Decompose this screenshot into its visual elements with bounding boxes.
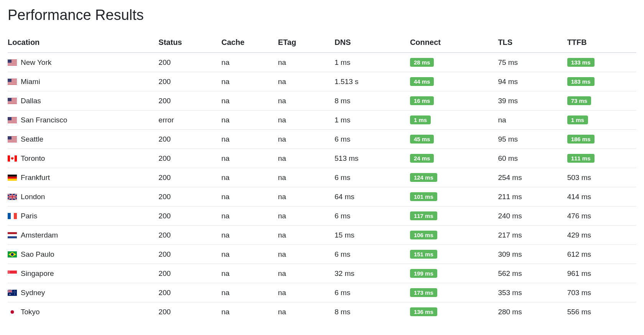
col-status[interactable]: Status bbox=[158, 33, 221, 53]
cell-location: Tokyo bbox=[8, 302, 158, 322]
cell-tls: 39 ms bbox=[498, 91, 567, 111]
cell-cache: na bbox=[221, 91, 278, 111]
cell-tls: 95 ms bbox=[498, 130, 567, 149]
ttfb-badge: 1 ms bbox=[567, 116, 588, 124]
cell-tls: 211 ms bbox=[498, 187, 567, 206]
col-location[interactable]: Location bbox=[8, 33, 158, 53]
col-cache[interactable]: Cache bbox=[221, 33, 278, 53]
cell-tls: 562 ms bbox=[498, 264, 567, 283]
cell-ttfb: 429 ms bbox=[567, 226, 636, 245]
svg-point-71 bbox=[14, 293, 15, 293]
cell-etag: na bbox=[278, 149, 335, 168]
svg-rect-21 bbox=[8, 102, 17, 102]
svg-point-69 bbox=[14, 290, 15, 291]
cell-etag: na bbox=[278, 206, 335, 226]
svg-point-73 bbox=[14, 294, 15, 294]
cell-location: Miami bbox=[8, 72, 158, 91]
connect-badge: 101 ms bbox=[410, 192, 437, 201]
svg-rect-56 bbox=[8, 236, 17, 238]
col-tls[interactable]: TLS bbox=[498, 33, 567, 53]
flag-us-icon bbox=[8, 136, 17, 142]
table-row: Miami200nana1.513 s44 ms94 ms183 ms bbox=[8, 72, 636, 91]
cell-ttfb: 111 ms bbox=[567, 149, 636, 168]
svg-rect-67 bbox=[8, 291, 12, 291]
cell-connect: 124 ms bbox=[410, 168, 498, 187]
svg-rect-45 bbox=[8, 178, 17, 180]
cell-location: Paris bbox=[8, 206, 158, 226]
flag-sg-icon bbox=[8, 271, 17, 277]
cell-status: 200 bbox=[158, 130, 221, 149]
cell-status: 200 bbox=[158, 91, 221, 111]
location-name: Seattle bbox=[21, 135, 43, 144]
cell-status: 200 bbox=[158, 72, 221, 91]
col-etag[interactable]: ETag bbox=[278, 33, 335, 53]
cell-connect: 1 ms bbox=[410, 111, 498, 130]
cell-cache: na bbox=[221, 302, 278, 322]
table-row: Seattle200nana6 ms45 ms95 ms186 ms bbox=[8, 130, 636, 149]
connect-badge: 136 ms bbox=[410, 307, 437, 316]
cell-connect: 24 ms bbox=[410, 149, 498, 168]
cell-status: 200 bbox=[158, 206, 221, 226]
table-row: Sydney200nana6 ms173 ms353 ms703 ms bbox=[8, 283, 636, 302]
cell-cache: na bbox=[221, 53, 278, 72]
cell-connect: 28 ms bbox=[410, 53, 498, 72]
cell-tls: 75 ms bbox=[498, 53, 567, 72]
location-name: Amsterdam bbox=[21, 231, 58, 239]
table-row: Singapore200nana32 ms199 ms562 ms961 ms bbox=[8, 264, 636, 283]
cell-cache: na bbox=[221, 149, 278, 168]
cell-status: 200 bbox=[158, 149, 221, 168]
ttfb-badge: 73 ms bbox=[567, 96, 591, 105]
cell-cache: na bbox=[221, 187, 278, 206]
svg-rect-28 bbox=[8, 120, 17, 120]
svg-rect-51 bbox=[8, 213, 11, 219]
cell-status: 200 bbox=[158, 245, 221, 264]
cell-tls: na bbox=[498, 111, 567, 130]
cell-tls: 60 ms bbox=[498, 149, 567, 168]
flag-de-icon bbox=[8, 175, 17, 181]
col-connect[interactable]: Connect bbox=[410, 33, 498, 53]
cell-ttfb: 186 ms bbox=[567, 130, 636, 149]
cell-etag: na bbox=[278, 245, 335, 264]
cell-tls: 240 ms bbox=[498, 206, 567, 226]
cell-dns: 6 ms bbox=[334, 130, 410, 149]
col-ttfb[interactable]: TTFB bbox=[567, 33, 636, 53]
ttfb-badge: 133 ms bbox=[567, 58, 595, 67]
table-row: London200nana64 ms101 ms211 ms414 ms bbox=[8, 187, 636, 206]
cell-ttfb: 1 ms bbox=[567, 111, 636, 130]
cell-dns: 513 ms bbox=[334, 149, 410, 168]
svg-point-58 bbox=[11, 253, 14, 256]
cell-status: error bbox=[158, 111, 221, 130]
cell-etag: na bbox=[278, 91, 335, 111]
flag-jp-icon bbox=[8, 309, 17, 315]
cell-cache: na bbox=[221, 168, 278, 187]
cell-location: Toronto bbox=[8, 149, 158, 168]
cell-ttfb: 703 ms bbox=[567, 283, 636, 302]
svg-rect-15 bbox=[8, 79, 12, 82]
cell-dns: 6 ms bbox=[334, 283, 410, 302]
svg-rect-50 bbox=[8, 196, 17, 197]
svg-rect-38 bbox=[8, 141, 17, 142]
cell-ttfb: 612 ms bbox=[567, 245, 636, 264]
location-name: Sao Paulo bbox=[21, 250, 54, 259]
cell-dns: 8 ms bbox=[334, 91, 410, 111]
cell-etag: na bbox=[278, 130, 335, 149]
cell-cache: na bbox=[221, 130, 278, 149]
table-row: Amsterdam200nana15 ms106 ms217 ms429 ms bbox=[8, 226, 636, 245]
cell-dns: 15 ms bbox=[334, 226, 410, 245]
cell-tls: 217 ms bbox=[498, 226, 567, 245]
location-name: Tokyo bbox=[21, 308, 40, 316]
svg-rect-43 bbox=[8, 175, 17, 177]
cell-tls: 280 ms bbox=[498, 302, 567, 322]
flag-us-icon bbox=[8, 79, 17, 85]
location-name: Paris bbox=[21, 212, 37, 220]
cell-location: Singapore bbox=[8, 264, 158, 283]
col-dns[interactable]: DNS bbox=[334, 33, 410, 53]
svg-rect-20 bbox=[8, 101, 17, 101]
connect-badge: 1 ms bbox=[410, 116, 431, 124]
cell-dns: 8 ms bbox=[334, 302, 410, 322]
cell-connect: 101 ms bbox=[410, 187, 498, 206]
cell-cache: na bbox=[221, 72, 278, 91]
cell-dns: 1 ms bbox=[334, 111, 410, 130]
svg-rect-55 bbox=[8, 234, 17, 236]
cell-dns: 1 ms bbox=[334, 53, 410, 72]
